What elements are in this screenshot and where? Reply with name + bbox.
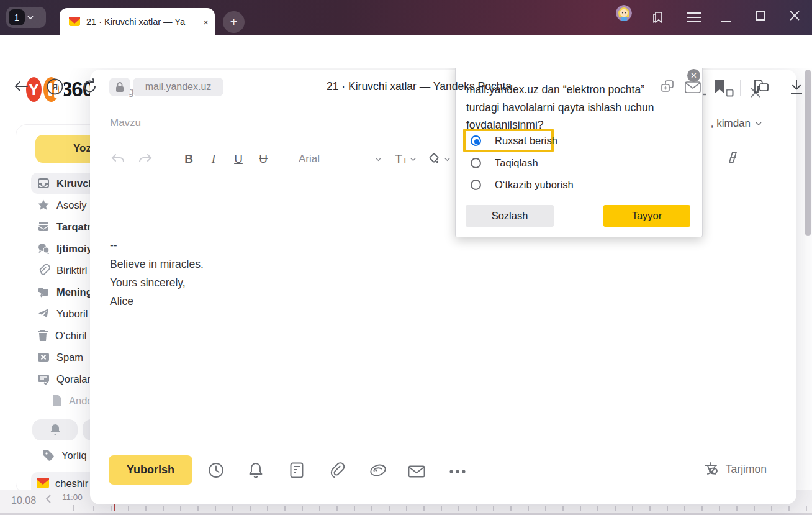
fill-color-icon[interactable] xyxy=(427,152,441,166)
extensions-icon[interactable] xyxy=(751,79,770,95)
chevron-down-icon[interactable] xyxy=(410,157,416,162)
trash-icon xyxy=(37,329,48,342)
browser-tab[interactable]: 21 · Kiruvchi xatlar — Ya × xyxy=(60,8,215,35)
mail-handler-icon[interactable] xyxy=(685,81,701,93)
timeline-ticks xyxy=(93,506,812,511)
notifications-pill[interactable] xyxy=(32,419,78,440)
tag-icon xyxy=(42,449,55,462)
star-icon xyxy=(37,199,50,211)
done-button[interactable]: Tayyor xyxy=(603,205,690,227)
tab-group-chip[interactable]: 1 xyxy=(6,7,46,28)
reminder-bell-icon[interactable] xyxy=(249,462,263,478)
compose-restore-icon[interactable] xyxy=(726,89,734,97)
eraser-icon[interactable] xyxy=(724,150,739,165)
spam-icon xyxy=(37,351,50,363)
bookmarks-flag-icon[interactable] xyxy=(651,10,665,25)
yandex-mail-favicon xyxy=(68,16,81,28)
profile-avatar[interactable] xyxy=(616,5,632,21)
yandex-disk-icon[interactable] xyxy=(369,462,387,478)
maximize-icon[interactable] xyxy=(755,10,766,21)
font-family-select[interactable]: Arial xyxy=(299,153,372,165)
translate-a-icon xyxy=(703,462,720,476)
template-icon[interactable] xyxy=(290,462,304,478)
divider xyxy=(740,80,741,96)
bookmark-filled-icon[interactable] xyxy=(714,79,725,94)
chevron-down-icon[interactable] xyxy=(376,157,381,162)
send-button[interactable]: Yuborish xyxy=(109,455,192,485)
message-body[interactable]: -- Believe in miracles. Yours sincerely,… xyxy=(110,236,204,311)
formatting-toolbar: B I U U Arial TT T xyxy=(110,148,467,170)
tab-group-count: 1 xyxy=(9,9,25,25)
timeline-date: 10.08 xyxy=(11,495,36,506)
url-text: mail.yandex.uz xyxy=(145,81,212,93)
svg-text:Я: Я xyxy=(52,83,58,92)
omnibox-page-title: 21 · Kiruvchi xatlar — Yandeks Pochta xyxy=(327,80,512,93)
font-size-button[interactable]: TT xyxy=(395,152,407,166)
timeline-time: 11:00 xyxy=(62,493,83,502)
schedule-send-icon[interactable] xyxy=(208,462,224,478)
folder-arrow-icon xyxy=(37,286,50,298)
chat-bubbles-icon xyxy=(37,242,50,255)
timeline-current-marker xyxy=(114,504,115,511)
italic-button[interactable]: I xyxy=(201,152,226,166)
close-window-icon[interactable] xyxy=(789,10,800,21)
timeline-tick xyxy=(73,505,74,511)
bold-button[interactable]: B xyxy=(176,152,201,166)
sidebar-item-labels[interactable]: Yorliq xyxy=(42,449,87,462)
inbox-icon xyxy=(37,177,50,189)
signature-line: Alice xyxy=(110,292,204,311)
settings-button[interactable]: Sozlash xyxy=(466,205,554,227)
signature-separator: -- xyxy=(110,236,204,255)
chevron-down-icon xyxy=(756,121,762,127)
yandex-mail-icon xyxy=(36,478,50,489)
attach-mail-icon[interactable] xyxy=(408,465,425,478)
signature-line: Believe in miracles. xyxy=(110,255,204,273)
more-options-icon[interactable] xyxy=(449,469,466,474)
downloads-icon[interactable] xyxy=(790,79,803,94)
attach-file-icon[interactable] xyxy=(330,462,345,478)
yandex-browser-icon[interactable]: Я xyxy=(47,78,63,95)
bottom-edge xyxy=(0,513,812,515)
minimize-icon[interactable] xyxy=(720,12,733,22)
dialog-close-icon[interactable]: ✕ xyxy=(687,69,700,82)
radio-option-allow[interactable]: Ruxsat berish xyxy=(471,135,557,147)
radio-option-skip[interactable]: O‘tkazib yuborish xyxy=(471,179,574,191)
chevron-down-icon xyxy=(27,14,34,21)
drafts-icon xyxy=(37,373,50,385)
radio-icon[interactable] xyxy=(471,158,481,168)
cc-from-link[interactable]: , kimdan xyxy=(711,117,762,130)
chevron-left-icon[interactable] xyxy=(45,494,52,504)
radio-selected-icon[interactable] xyxy=(471,135,481,146)
scrollbar-thumb[interactable] xyxy=(805,70,811,236)
radio-option-block[interactable]: Taqiqlash xyxy=(471,157,538,169)
strikethrough-button[interactable]: U xyxy=(251,152,276,166)
underline-button[interactable]: U xyxy=(226,152,251,166)
signature-line: Yours sincerely, xyxy=(110,273,204,292)
menu-icon[interactable] xyxy=(686,12,702,23)
tabs-preview-icon[interactable] xyxy=(660,79,675,94)
window-titlebar: 1 21 · Kiruvchi xatlar — Ya × + xyxy=(0,0,812,35)
mailings-icon xyxy=(37,221,50,233)
address-bar[interactable]: mail.yandex.uz xyxy=(133,78,223,96)
translator-button[interactable]: Tarjimon xyxy=(703,462,767,476)
divider xyxy=(165,150,165,168)
paper-plane-icon xyxy=(37,308,50,320)
bell-icon xyxy=(50,424,61,436)
site-security-chip[interactable] xyxy=(109,78,130,96)
document-icon xyxy=(52,394,62,407)
divider xyxy=(711,143,711,175)
tab-title: 21 · Kiruvchi xatlar — Ya xyxy=(86,17,197,27)
undo-icon[interactable] xyxy=(110,152,126,166)
avatar-girl-icon xyxy=(616,5,632,21)
paperclip-icon xyxy=(37,264,50,276)
refresh-icon[interactable] xyxy=(82,78,97,94)
divider xyxy=(287,150,287,168)
redo-icon[interactable] xyxy=(137,152,153,166)
divider xyxy=(52,15,52,24)
tab-close-icon[interactable]: × xyxy=(203,17,209,27)
new-tab-button[interactable]: + xyxy=(223,11,245,33)
chevron-down-icon[interactable] xyxy=(444,157,450,162)
radio-icon[interactable] xyxy=(471,180,481,190)
back-icon[interactable] xyxy=(14,80,29,93)
subject-field[interactable]: Mavzu xyxy=(110,117,141,129)
